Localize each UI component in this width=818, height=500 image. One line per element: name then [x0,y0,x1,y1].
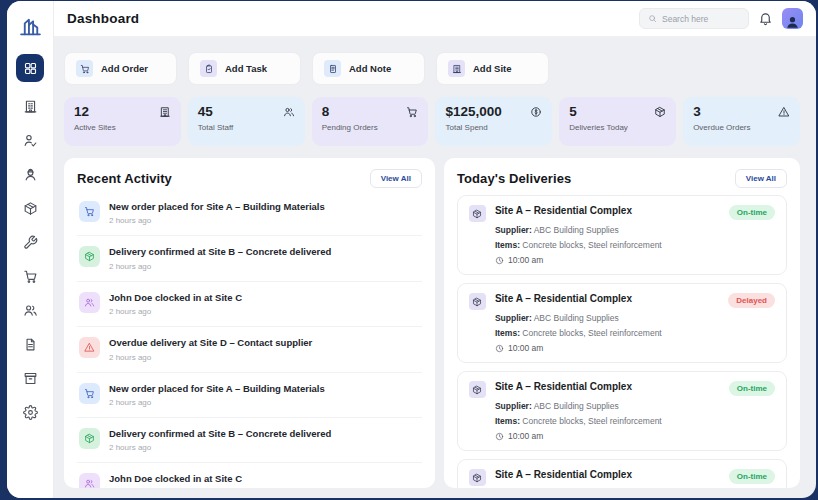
sidebar-item[interactable] [16,54,44,82]
sidebar-nav [7,54,53,432]
delivery-body: Site A – Residential Complex Delayed Sup… [495,293,775,353]
activity-list: New order placed for Site A – Building M… [77,191,422,488]
sidebar-item[interactable] [16,296,44,324]
app-window: Dashboard Add Order [7,1,816,498]
activity-item[interactable]: New order placed for Site A – Building M… [77,191,422,236]
activity-text: New order placed for Site A – Building M… [109,383,325,394]
delivery-time: 10:00 am [508,255,543,265]
delivery-body: Site A – Residential Complex On-time Sup… [495,469,775,488]
action-icon-chip [448,60,465,77]
supplier-label: Supplier: [495,313,532,323]
activity-item[interactable]: New order placed for Site A – Building M… [77,373,422,418]
bell-icon[interactable] [758,11,773,26]
activity-texts: New order placed for Site A – Building M… [109,383,325,407]
quick-action-button[interactable]: Add Task [188,52,301,85]
warning-icon [778,106,790,118]
sidebar-item[interactable] [16,126,44,154]
sidebar-item[interactable] [16,364,44,392]
avatar[interactable] [782,8,803,29]
activity-timestamp: 2 hours ago [109,216,325,225]
building-icon [159,106,171,118]
sidebar-item[interactable] [16,160,44,188]
delivery-card[interactable]: Site A – Residential Complex On-time Sup… [457,459,787,488]
sidebar-item[interactable] [16,262,44,290]
todays-deliveries-view-all-button[interactable]: View All [735,169,787,188]
gear-icon [23,405,38,420]
activity-item[interactable]: Overdue delivery at Site D – Contact sup… [77,327,422,372]
todays-deliveries-panel: Today's Deliveries View All Site A – Res… [444,158,800,488]
delivery-site: Site A – Residential Complex [495,469,632,480]
activity-item[interactable]: John Doe clocked in at Site C 2 hours ag… [77,282,422,327]
activity-texts: Delivery confirmed at Site B – Concrete … [109,428,331,452]
recent-activity-header: Recent Activity View All [77,169,422,188]
top-header: Dashboard [54,1,816,37]
activity-icon-chip [79,383,100,404]
package-icon [84,251,95,262]
delivery-card[interactable]: Site A – Residential Complex On-time Sup… [457,371,787,451]
package-icon [472,209,482,219]
building-icon [452,64,462,74]
delivery-icon-chip [469,205,486,222]
activity-text: John Doe clocked in at Site C [109,292,242,303]
stat-value: 3 [693,104,790,119]
quick-action-button[interactable]: Add Site [436,52,549,85]
quick-action-button[interactable]: Add Order [64,52,177,85]
sidebar [7,1,54,498]
wrench-icon [23,235,38,250]
delivery-items-line: Items: Concrete blocks, Steel reinforcem… [495,416,775,426]
status-badge: Delayed [728,293,775,308]
sidebar-item[interactable] [16,228,44,256]
stat-value: 8 [322,104,419,119]
users-icon [23,303,38,318]
activity-texts: Overdue delivery at Site D – Contact sup… [109,337,312,361]
package-icon [654,106,666,118]
sidebar-item[interactable] [16,194,44,222]
sidebar-item[interactable] [16,330,44,358]
delivery-body: Site A – Residential Complex On-time Sup… [495,205,775,265]
dashboard-icon [23,61,38,76]
stats-row: 12 Active Sites 45 Total Staff 8 Pending… [64,97,800,146]
delivery-site: Site A – Residential Complex [495,205,632,216]
stat-value: $125,000 [445,104,542,119]
sidebar-item[interactable] [16,398,44,426]
stat-card: $125,000 Total Spend [435,97,552,146]
todays-deliveries-header: Today's Deliveries View All [457,169,787,188]
search-input[interactable] [662,14,740,24]
activity-texts: Delivery confirmed at Site B – Concrete … [109,246,331,270]
activity-texts: New order placed for Site A – Building M… [109,201,325,225]
building-icon [23,99,38,114]
items-label: Items: [495,240,520,250]
users-icon [84,297,95,308]
sidebar-item[interactable] [16,92,44,120]
delivery-card[interactable]: Site A – Residential Complex On-time Sup… [457,195,787,275]
activity-item[interactable]: Delivery confirmed at Site B – Concrete … [77,236,422,281]
status-badge: On-time [729,469,775,484]
quick-action-button[interactable]: Add Note [312,52,425,85]
supplier-label: Supplier: [495,401,532,411]
activity-timestamp: 2 hours ago [109,353,312,362]
recent-activity-view-all-button[interactable]: View All [370,169,422,188]
delivery-time-row: 10:00 am [495,431,775,441]
delivery-body: Site A – Residential Complex On-time Sup… [495,381,775,441]
main-area: Dashboard Add Order [54,1,816,498]
items-label: Items: [495,328,520,338]
action-icon-chip [324,60,341,77]
activity-timestamp: 2 hours ago [109,398,325,407]
delivery-items-line: Items: Concrete blocks, Steel reinforcem… [495,328,775,338]
activity-text: Overdue delivery at Site D – Contact sup… [109,337,312,348]
cart-icon [80,64,90,74]
activity-texts: John Doe clocked in at Site C 2 hours ag… [109,292,242,316]
worker-icon [23,167,38,182]
activity-item[interactable]: John Doe clocked in at Site C 2 hours ag… [77,463,422,488]
stat-value: 5 [569,104,666,119]
activity-item[interactable]: Delivery confirmed at Site B – Concrete … [77,418,422,463]
panels-row: Recent Activity View All New order place… [64,158,800,488]
search-box[interactable] [639,8,749,29]
clock-icon [495,432,504,441]
delivery-card[interactable]: Site A – Residential Complex Delayed Sup… [457,283,787,363]
stat-card: 45 Total Staff [188,97,305,146]
delivery-supplier-line: Supplier: ABC Building Supplies [495,401,775,411]
package-icon [472,385,482,395]
action-label: Add Note [349,63,391,74]
items-value: Concrete blocks, Steel reinforcement [522,416,661,426]
